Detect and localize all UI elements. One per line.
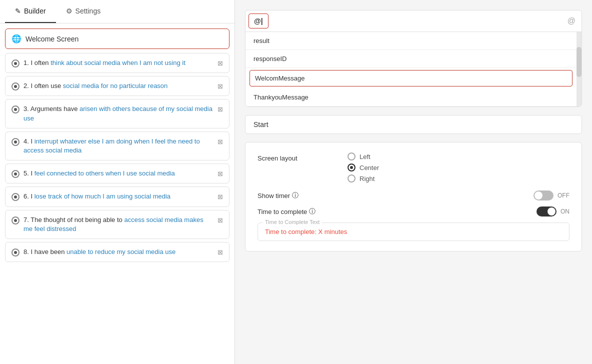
edit-icon-5[interactable]: ⊠	[218, 170, 223, 178]
question-item-8[interactable]: 8. I have been unable to reduce my socia…	[5, 242, 230, 262]
layout-left-label: Left	[360, 153, 370, 160]
dropdown-input-row: @| @	[246, 10, 582, 32]
radio-6	[12, 193, 20, 201]
radio-8	[12, 248, 20, 256]
welcome-icon: 🌐	[12, 34, 22, 44]
question-item-1[interactable]: 1. I often think about social media when…	[5, 53, 230, 73]
tab-settings[interactable]: ⚙ Settings	[56, 0, 111, 23]
edit-icon-2[interactable]: ⊠	[218, 82, 223, 90]
question-item-3[interactable]: 3. Arguments have arisen with others bec…	[5, 99, 230, 128]
radio-5	[12, 170, 20, 178]
radio-2	[12, 82, 20, 90]
tab-builder[interactable]: ✎ Builder	[5, 0, 56, 23]
question-text-4: 4. I interrupt whatever else I am doing …	[24, 137, 214, 155]
question-item-4[interactable]: 4. I interrupt whatever else I am doing …	[5, 132, 230, 160]
start-button-container: Start	[245, 115, 582, 134]
time-to-complete-right: ON	[536, 206, 570, 216]
screen-layout-label: Screen layout	[258, 152, 348, 162]
dropdown-list: result responseID WelcomMessage Thankyou…	[246, 32, 576, 106]
layout-right-radio	[348, 174, 356, 182]
show-timer-info-icon: ⓘ	[292, 191, 298, 200]
edit-icon-4[interactable]: ⊠	[218, 138, 223, 146]
welcome-screen-label: Welcome Screen	[26, 35, 78, 43]
show-timer-label: Show timer ⓘ	[258, 191, 298, 200]
screen-layout-row: Screen layout Left Center Right	[258, 152, 570, 182]
screen-layout-options: Left Center Right	[348, 152, 379, 182]
time-to-complete-row: Time to complete ⓘ ON	[258, 206, 570, 216]
start-button[interactable]: Start	[254, 120, 268, 128]
show-timer-toggle[interactable]	[534, 190, 554, 200]
layout-right-option[interactable]: Right	[348, 174, 379, 182]
question-text-3: 3. Arguments have arisen with others bec…	[24, 104, 214, 122]
time-complete-info-icon: ⓘ	[309, 207, 316, 216]
layout-center-option[interactable]: Center	[348, 164, 379, 172]
question-item-2[interactable]: 2. I often use social media for no parti…	[5, 76, 230, 96]
edit-icon-8[interactable]: ⊠	[218, 248, 223, 256]
question-text-6: 6. I lose track of how much I am using s…	[24, 192, 214, 201]
question-text-8: 8. I have been unable to reduce my socia…	[24, 248, 214, 256]
show-timer-row: Show timer ⓘ OFF	[258, 190, 570, 200]
time-complete-knob	[548, 208, 556, 216]
dropdown-item-result[interactable]: result	[246, 32, 576, 50]
edit-icon-7[interactable]: ⊠	[218, 216, 223, 224]
panel-content: 🌐 Welcome Screen 1. I often think about …	[0, 24, 234, 364]
tab-settings-label: Settings	[76, 7, 101, 15]
settings-section: Screen layout Left Center Right Show t	[245, 142, 582, 252]
layout-center-radio	[348, 164, 356, 172]
time-to-complete-box: Time to Complete Text Time to complete: …	[258, 222, 570, 241]
time-to-complete-state: ON	[560, 208, 570, 215]
scrollbar-track[interactable]	[576, 32, 582, 106]
edit-icon-3[interactable]: ⊠	[218, 106, 223, 113]
dropdown-item-responseid[interactable]: responseID	[246, 50, 576, 68]
time-to-complete-label: Time to complete ⓘ	[258, 207, 316, 216]
radio-4	[12, 138, 20, 146]
question-text-2: 2. I often use social media for no parti…	[24, 82, 214, 90]
settings-icon: ⚙	[66, 7, 72, 15]
show-timer-right: OFF	[534, 190, 570, 200]
show-timer-knob	[534, 192, 542, 200]
radio-7	[12, 216, 20, 224]
layout-center-label: Center	[360, 164, 379, 172]
dropdown-item-thankyoumessage[interactable]: ThankyouMessage	[246, 88, 576, 106]
tab-bar: ✎ Builder ⚙ Settings	[0, 0, 234, 24]
dropdown-item-welcommessage[interactable]: WelcomMessage	[250, 70, 572, 86]
layout-left-option[interactable]: Left	[348, 152, 379, 160]
edit-icon-6[interactable]: ⊠	[218, 193, 223, 200]
left-panel: ✎ Builder ⚙ Settings 🌐 Welcome Screen 1.…	[0, 0, 235, 364]
layout-right-label: Right	[360, 175, 374, 182]
question-text-5: 5. I feel connected to others when I use…	[24, 169, 214, 178]
radio-3	[12, 106, 20, 114]
dropdown-container: @| @ result responseID WelcomMessage Tha…	[245, 10, 582, 107]
time-to-complete-value[interactable]: Time to complete: X minutes	[265, 228, 347, 236]
at-badge[interactable]: @|	[248, 14, 268, 28]
question-item-6[interactable]: 6. I lose track of how much I am using s…	[5, 186, 230, 206]
dropdown-list-wrapper: result responseID WelcomMessage Thankyou…	[246, 32, 582, 106]
layout-left-radio	[348, 152, 356, 160]
builder-icon: ✎	[15, 7, 21, 15]
question-text-1: 1. I often think about social media when…	[24, 58, 214, 68]
show-timer-state: OFF	[558, 192, 570, 199]
question-text-7: 7. The thought of not being able to acce…	[24, 216, 214, 234]
time-to-complete-field-label: Time to Complete Text	[263, 219, 322, 225]
welcome-screen-item[interactable]: 🌐 Welcome Screen	[5, 28, 230, 49]
time-to-complete-toggle[interactable]	[536, 206, 556, 216]
radio-1	[12, 60, 20, 68]
scrollbar-thumb	[576, 47, 582, 77]
tab-builder-label: Builder	[24, 7, 46, 15]
question-item-5[interactable]: 5. I feel connected to others when I use…	[5, 164, 230, 184]
question-item-7[interactable]: 7. The thought of not being able to acce…	[5, 210, 230, 239]
right-panel: @| @ result responseID WelcomMessage Tha…	[235, 0, 592, 364]
at-icon-right: @	[562, 12, 582, 30]
edit-icon-1[interactable]: ⊠	[218, 60, 223, 67]
